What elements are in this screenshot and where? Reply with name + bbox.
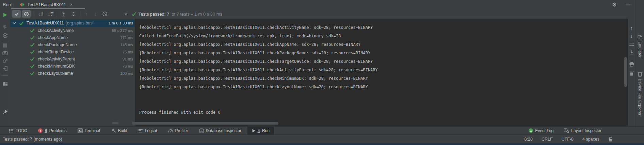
tool-button-build[interactable]: Build bbox=[111, 127, 127, 134]
previous-failed-test-icon: ↑ bbox=[82, 10, 91, 18]
test-config-icon bbox=[19, 2, 25, 7]
test-tree-row[interactable]: checkTargetDevice 75 ms bbox=[10, 48, 135, 55]
event-log-button[interactable]: 1 Event Log bbox=[529, 128, 553, 133]
test-passed-icon bbox=[30, 35, 35, 40]
test-toolbar: ↓ az ↓ ↑ ↓ bbox=[10, 9, 628, 19]
event-log-badge: 1 bbox=[529, 128, 533, 133]
status-message: Tests passed: 7 (moments ago) bbox=[3, 137, 62, 142]
test-time: 145 ms bbox=[120, 43, 133, 47]
attach-debugger-icon[interactable] bbox=[2, 58, 8, 64]
test-name: checkActivityParent bbox=[38, 57, 75, 61]
database-icon bbox=[199, 128, 204, 133]
scroll-to-end-icon[interactable] bbox=[629, 50, 634, 55]
status-bar: Tests passed: 7 (moments ago) 8:28 CRLF … bbox=[0, 134, 644, 143]
show-passed-toggle[interactable] bbox=[12, 10, 21, 18]
tool-button-device-file-explorer[interactable]: Device File Explorer bbox=[638, 72, 642, 115]
test-time: 59 s 372 ms bbox=[112, 29, 133, 33]
tool-button-database-inspector[interactable]: Database Inspector bbox=[199, 127, 241, 134]
restore-layout-icon[interactable] bbox=[2, 81, 8, 86]
tool-button-run[interactable]: 4: Run bbox=[247, 127, 274, 134]
more-actions-icon[interactable]: » bbox=[125, 11, 127, 17]
console-vertical-scrollbar[interactable] bbox=[624, 57, 627, 87]
sort-alphabetically-icon[interactable]: ↓ az bbox=[36, 10, 45, 18]
expand-all-icon[interactable] bbox=[59, 10, 68, 18]
tool-button-terminal[interactable]: Terminal bbox=[78, 127, 100, 134]
tool-button-profiler[interactable]: Profiler bbox=[168, 127, 188, 134]
build-hammer-icon bbox=[111, 128, 116, 133]
collapse-all-icon[interactable] bbox=[69, 10, 78, 18]
screenshot-icon[interactable] bbox=[2, 50, 8, 55]
next-occurrence-icon[interactable]: ↓ bbox=[630, 33, 633, 39]
device-file-explorer-label: Device File Explorer bbox=[638, 79, 642, 115]
run-label: Run: bbox=[3, 2, 12, 7]
test-name: checkLayoutName bbox=[38, 71, 73, 76]
toggle-auto-test-icon[interactable] bbox=[2, 33, 8, 38]
tool-button-todo[interactable]: TODO bbox=[9, 127, 27, 134]
dump-threads-icon[interactable] bbox=[2, 66, 8, 71]
emulator-label: Emulator bbox=[638, 41, 642, 58]
toolbar-divider bbox=[2, 41, 9, 41]
print-icon[interactable] bbox=[629, 61, 634, 67]
console-text: [Robolectric] org.aplas.basicappx.TestA1… bbox=[135, 19, 628, 117]
test-tree-row[interactable]: checkLayoutName 100 ms bbox=[10, 70, 135, 77]
console-side-toolbar: ↑ ↓ bbox=[628, 20, 635, 76]
test-tree-row[interactable]: checkMinimumSDK 76 ms bbox=[10, 62, 135, 70]
test-root-row[interactable]: TestA1BasicUIX011 (org.aplas.basi 1 m 0 … bbox=[10, 19, 135, 27]
tab-title: TestA1BasicUIX011 bbox=[27, 2, 66, 7]
test-passed-icon bbox=[30, 71, 35, 75]
todo-icon bbox=[9, 129, 14, 133]
console-horizontal-scrollbar[interactable] bbox=[132, 122, 278, 125]
test-passed-icon bbox=[30, 50, 35, 54]
rerun-failed-tests-icon[interactable] bbox=[2, 24, 8, 30]
toolbar-divider bbox=[34, 11, 34, 17]
root-test-time: 1 m 0 s 30 ms bbox=[109, 21, 133, 25]
layout-inspector-button[interactable]: Layout Inspector bbox=[564, 128, 601, 133]
gear-icon[interactable]: ⚙ bbox=[612, 2, 617, 7]
emulator-icon bbox=[638, 35, 642, 39]
tree-horizontal-scrollbar[interactable] bbox=[112, 122, 118, 124]
soft-wrap-icon[interactable] bbox=[629, 42, 634, 47]
hide-window-icon[interactable]: — bbox=[626, 2, 630, 7]
indent-setting[interactable]: 4 spaces bbox=[582, 137, 599, 142]
test-time: 171 ms bbox=[120, 36, 133, 40]
pin-tab-icon[interactable] bbox=[2, 109, 8, 115]
tool-button-emulator[interactable]: Emulator bbox=[638, 35, 642, 58]
file-encoding[interactable]: UTF-8 bbox=[562, 137, 574, 142]
test-tree-row[interactable]: checkAppName 171 ms bbox=[10, 34, 135, 41]
test-history-icon[interactable] bbox=[100, 10, 109, 18]
run-header: Run: TestA1BasicUIX011 × ⚙ — bbox=[0, 0, 635, 9]
toolbar-divider bbox=[57, 11, 57, 17]
layout-inspector-icon bbox=[564, 128, 569, 133]
test-passed-icon bbox=[30, 42, 35, 47]
line-separator[interactable]: CRLF bbox=[542, 137, 553, 142]
prev-occurrence-icon[interactable]: ↑ bbox=[630, 25, 633, 31]
right-tool-window-bar: Emulator Device File Explorer bbox=[635, 0, 644, 126]
lock-icon[interactable] bbox=[608, 137, 613, 142]
test-tree-row[interactable]: checkActivityName 59 s 372 ms bbox=[10, 27, 135, 34]
test-time: 75 ms bbox=[123, 50, 133, 54]
test-name: checkAppName bbox=[38, 35, 68, 40]
test-summary: Tests passed: 7 of 7 tests – 1 m 0 s 30 … bbox=[131, 12, 222, 17]
test-time: 76 ms bbox=[123, 64, 133, 68]
sort-by-duration-icon[interactable]: ↓ bbox=[46, 10, 55, 18]
test-time: 91 ms bbox=[123, 57, 133, 61]
run-config-tab[interactable]: TestA1BasicUIX011 × bbox=[17, 0, 75, 9]
close-tab-icon[interactable]: × bbox=[70, 2, 73, 7]
test-name: checkTargetDevice bbox=[38, 50, 74, 54]
root-test-package: (org.aplas.basi bbox=[66, 21, 94, 25]
test-tree-row[interactable]: checkPackageName 145 ms bbox=[10, 41, 135, 48]
rerun-tests-icon[interactable] bbox=[2, 12, 8, 18]
clear-console-icon[interactable] bbox=[629, 71, 634, 76]
show-ignored-toggle[interactable] bbox=[22, 10, 31, 18]
caret-position[interactable]: 8:28 bbox=[525, 137, 533, 142]
test-time: 100 ms bbox=[120, 71, 133, 75]
tool-button-problems[interactable]: ! 6: Problems bbox=[38, 127, 66, 134]
device-file-explorer-icon bbox=[638, 72, 642, 77]
run-play-icon bbox=[252, 129, 256, 133]
chevron-down-icon[interactable] bbox=[12, 22, 16, 24]
test-passed-icon bbox=[30, 57, 35, 61]
test-name: checkActivityName bbox=[38, 28, 74, 33]
test-list: checkActivityName 59 s 372 ms checkAppNa… bbox=[10, 27, 135, 77]
tool-button-logcat[interactable]: Logcat bbox=[138, 127, 157, 134]
test-tree-row[interactable]: checkActivityParent 91 ms bbox=[10, 55, 135, 62]
